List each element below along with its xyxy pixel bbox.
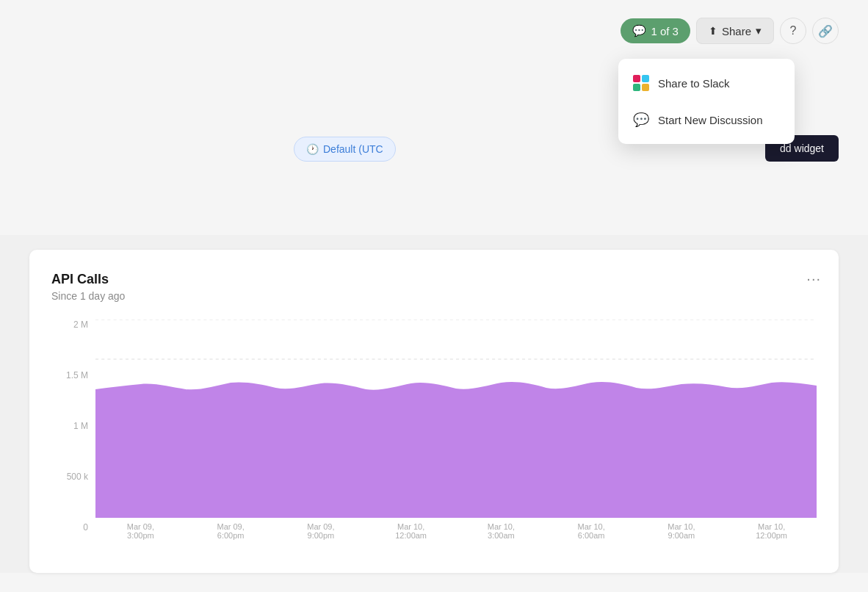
x-axis: Mar 09,3:00pm Mar 09,6:00pm Mar 09,9:00p… [95,522,817,540]
chat-bubble-icon: 💬 [632,24,646,37]
slack-icon [633,75,649,91]
share-button[interactable]: ⬆ Share ▾ [696,18,774,44]
chart-more-button[interactable]: ··· [806,270,821,287]
add-widget-label: dd widget [780,142,824,154]
help-icon: ? [790,24,797,37]
y-label-0: 0 [51,522,88,533]
chart-svg [95,320,817,518]
start-discussion-label: Start New Discussion [658,114,763,126]
y-label-1-5m: 1.5 M [51,370,88,380]
share-to-slack-label: Share to Slack [658,77,730,90]
help-button[interactable]: ? [780,18,806,44]
discussion-count-button[interactable]: 💬 1 of 3 [621,18,690,43]
chevron-down-icon: ▾ [756,24,762,37]
spacer [0,235,868,250]
discussion-count-label: 1 of 3 [651,25,679,37]
x-label-7: Mar 10,9:00am [637,522,727,540]
purple-area [95,382,817,518]
share-to-slack-item[interactable]: Share to Slack [618,65,795,101]
clock-icon: 🕐 [306,143,319,155]
link-button[interactable]: 🔗 [812,18,839,44]
top-area: 💬 1 of 3 ⬆ Share ▾ ? 🔗 Share to Slack 💬 [0,0,868,235]
chart-title: API Calls [51,272,817,287]
share-dropdown-menu: Share to Slack 💬 Start New Discussion [618,59,795,144]
chart-subtitle: Since 1 day ago [51,290,817,302]
y-label-500k: 500 k [51,472,88,482]
chart-inner [95,320,817,518]
x-label-6: Mar 10,6:00am [546,522,637,540]
toolbar: 💬 1 of 3 ⬆ Share ▾ ? 🔗 [621,18,839,44]
default-utc-label: Default (UTC [323,143,383,155]
x-label-1: Mar 09,3:00pm [95,522,186,540]
chart-area: 2 M 1.5 M 1 M 500 k 0 Mar 09,3:00pm [51,320,817,555]
share-label: Share [722,25,751,37]
start-discussion-item[interactable]: 💬 Start New Discussion [618,101,795,138]
link-icon: 🔗 [818,24,833,38]
chat-icon: 💬 [633,112,649,128]
default-utc-button[interactable]: 🕐 Default (UTC [294,137,396,162]
x-label-3: Mar 09,9:00pm [276,522,366,540]
chart-container: API Calls Since 1 day ago ··· 2 M 1.5 M … [29,250,839,573]
x-label-5: Mar 10,3:00am [456,522,546,540]
x-label-2: Mar 09,6:00pm [186,522,276,540]
y-label-1m: 1 M [51,421,88,431]
y-label-2m: 2 M [51,320,88,330]
y-axis: 2 M 1.5 M 1 M 500 k 0 [51,320,88,555]
bottom-section [0,573,868,592]
x-label-4: Mar 10,12:00am [366,522,456,540]
share-icon: ⬆ [709,25,717,37]
x-label-8: Mar 10,12:00pm [726,522,817,540]
